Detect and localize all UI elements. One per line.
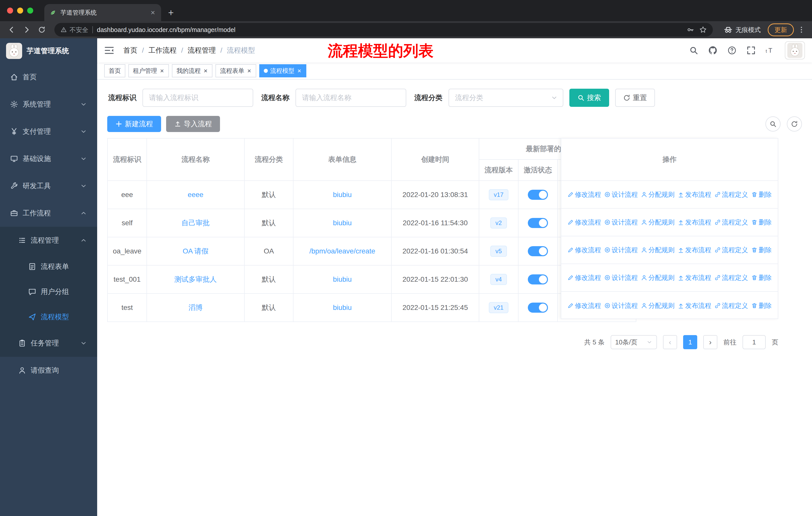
fullscreen-icon[interactable] [747, 46, 756, 55]
status-toggle[interactable] [528, 246, 548, 256]
sidebar-logo[interactable]: 芋道管理系统 [0, 38, 97, 63]
action-assign-rule-link[interactable]: 分配规则 [641, 273, 674, 282]
action-process-definition-link[interactable]: 流程定义 [714, 218, 748, 227]
browser-tab[interactable]: 芋道管理系统 × [44, 4, 161, 21]
action-process-definition-link[interactable]: 流程定义 [714, 301, 748, 310]
github-icon[interactable] [708, 46, 717, 55]
create-process-button[interactable]: 新建流程 [107, 116, 161, 132]
action-design-process-link[interactable]: 设计流程 [604, 218, 638, 227]
process-name-link[interactable]: eeee [188, 191, 203, 198]
tag-tenant[interactable]: 租户管理× [128, 64, 169, 77]
process-id-input[interactable] [142, 89, 253, 107]
process-name-link[interactable]: 滔博 [188, 304, 203, 311]
status-toggle[interactable] [528, 218, 548, 228]
action-design-process-link[interactable]: 设计流程 [604, 246, 638, 254]
user-avatar[interactable] [785, 41, 805, 59]
process-name-link[interactable]: OA 请假 [183, 247, 209, 255]
page-1-button[interactable]: 1 [683, 335, 697, 349]
action-delete-link[interactable]: 删除 [751, 218, 772, 227]
sidebar-item-process-form[interactable]: 流程表单 [0, 254, 97, 279]
form-info-link[interactable]: /bpm/oa/leave/create [309, 247, 375, 255]
reload-icon[interactable] [35, 23, 48, 36]
action-assign-rule-link[interactable]: 分配规则 [641, 301, 674, 310]
action-delete-link[interactable]: 删除 [751, 273, 772, 282]
action-publish-process-link[interactable]: 发布流程 [677, 301, 711, 310]
refresh-table-button[interactable] [787, 116, 802, 132]
process-name-input[interactable] [295, 89, 406, 107]
security-status[interactable]: 不安全 [60, 26, 88, 34]
status-toggle[interactable] [528, 303, 548, 313]
breadcrumb-home[interactable]: 首页 [123, 46, 138, 55]
action-assign-rule-link[interactable]: 分配规则 [641, 190, 674, 199]
password-key-icon[interactable] [687, 26, 694, 33]
action-publish-process-link[interactable]: 发布流程 [677, 218, 711, 227]
header-search-icon[interactable] [689, 46, 698, 55]
action-publish-process-link[interactable]: 发布流程 [677, 190, 711, 199]
tag-home[interactable]: 首页 [104, 64, 125, 77]
sidebar-item-leave-query[interactable]: 请假查询 [0, 357, 97, 384]
action-modify-process-link[interactable]: 修改流程 [567, 301, 601, 310]
minimize-window-button[interactable] [17, 7, 23, 13]
action-assign-rule-link[interactable]: 分配规则 [641, 246, 674, 254]
search-button[interactable]: 搜索 [569, 89, 609, 107]
zoom-window-button[interactable] [27, 7, 33, 13]
form-info-link[interactable]: biubiu [333, 304, 352, 311]
sidebar-item-devtools[interactable]: 研发工具 [0, 172, 97, 199]
import-process-button[interactable]: 导入流程 [166, 116, 220, 132]
forward-icon[interactable] [20, 23, 33, 36]
action-design-process-link[interactable]: 设计流程 [604, 301, 638, 310]
address-bar[interactable]: 不安全 dashboard.yudao.iocoder.cn/bpm/manag… [54, 23, 713, 36]
form-info-link[interactable]: biubiu [333, 275, 352, 283]
next-page-button[interactable]: › [703, 335, 717, 349]
action-delete-link[interactable]: 删除 [751, 301, 772, 310]
sidebar-item-process-management[interactable]: 流程管理 [0, 227, 97, 254]
tag-close-icon[interactable]: × [160, 67, 164, 74]
action-process-definition-link[interactable]: 流程定义 [714, 273, 748, 282]
action-delete-link[interactable]: 删除 [751, 190, 772, 199]
bookmark-star-icon[interactable] [699, 26, 707, 33]
status-toggle[interactable] [528, 190, 548, 200]
breadcrumb-workflow[interactable]: 工作流程 [148, 46, 177, 55]
process-category-select[interactable]: 流程分类 [448, 89, 563, 107]
sidebar-item-infrastructure[interactable]: 基础设施 [0, 145, 97, 172]
tag-process-model[interactable]: 流程模型× [259, 64, 306, 77]
action-modify-process-link[interactable]: 修改流程 [567, 218, 601, 227]
new-tab-button[interactable]: + [168, 7, 174, 18]
form-info-link[interactable]: biubiu [333, 219, 352, 227]
action-publish-process-link[interactable]: 发布流程 [677, 273, 711, 282]
sidebar-item-payment[interactable]: 支付管理 [0, 118, 97, 145]
tag-my-process[interactable]: 我的流程× [172, 64, 212, 77]
sidebar-item-workflow[interactable]: 工作流程 [0, 199, 97, 227]
action-design-process-link[interactable]: 设计流程 [604, 190, 638, 199]
action-process-definition-link[interactable]: 流程定义 [714, 246, 748, 254]
tab-close-icon[interactable]: × [149, 8, 156, 17]
tag-close-icon[interactable]: × [297, 67, 302, 74]
action-delete-link[interactable]: 删除 [751, 246, 772, 254]
sidebar-item-task-management[interactable]: 任务管理 [0, 330, 97, 357]
action-design-process-link[interactable]: 设计流程 [604, 273, 638, 282]
browser-menu-icon[interactable] [796, 26, 807, 33]
hamburger-icon[interactable] [104, 45, 115, 56]
font-size-icon[interactable]: tT [766, 46, 775, 55]
tag-close-icon[interactable]: × [247, 67, 252, 74]
form-info-link[interactable]: biubiu [333, 191, 352, 198]
tag-process-form[interactable]: 流程表单× [215, 64, 256, 77]
process-name-link[interactable]: 自己审批 [181, 219, 210, 227]
breadcrumb-process-management[interactable]: 流程管理 [188, 46, 216, 55]
action-modify-process-link[interactable]: 修改流程 [567, 246, 601, 254]
sidebar-item-user-group[interactable]: 用户分组 [0, 279, 97, 304]
action-publish-process-link[interactable]: 发布流程 [677, 246, 711, 254]
status-toggle[interactable] [528, 274, 548, 284]
action-modify-process-link[interactable]: 修改流程 [567, 190, 601, 199]
reset-button[interactable]: 重置 [615, 89, 655, 107]
help-icon[interactable] [727, 46, 736, 55]
page-size-select[interactable]: 10条/页 [611, 335, 657, 349]
goto-page-input[interactable] [743, 335, 766, 349]
sidebar-item-process-model[interactable]: 流程模型 [0, 304, 97, 330]
sidebar-item-system[interactable]: 系统管理 [0, 91, 97, 118]
action-assign-rule-link[interactable]: 分配规则 [641, 218, 674, 227]
prev-page-button[interactable]: ‹ [663, 335, 677, 349]
action-process-definition-link[interactable]: 流程定义 [714, 190, 748, 199]
toggle-search-button[interactable] [765, 116, 781, 132]
sidebar-item-home[interactable]: 首页 [0, 63, 97, 91]
